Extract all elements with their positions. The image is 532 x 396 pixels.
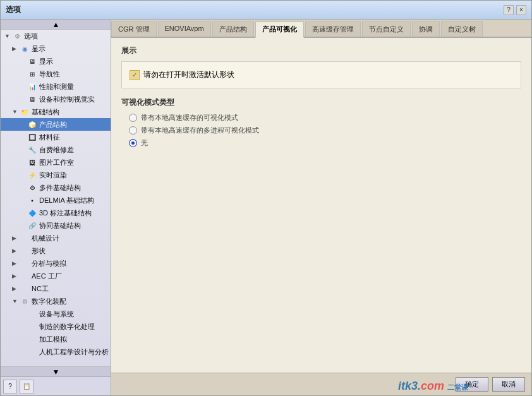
sidebar-item-machining[interactable]: 加工模拟 (1, 333, 111, 345)
sidebar-item-auto-repair[interactable]: 🔧 自费维修差 (1, 143, 111, 156)
sidebar-item-analysis[interactable]: ▶ 分析与模拟 (1, 257, 111, 270)
display-section-title: 展示 (121, 45, 521, 56)
sidebar-item-product-struct[interactable]: 📦 产品结构 (1, 118, 111, 131)
sidebar-item-realtime[interactable]: ⚡ 实时渲染 (1, 169, 111, 181)
sidebar-item-label-display: 显示 (32, 44, 45, 54)
sidebar-item-shape[interactable]: ▶ 形状 (1, 244, 111, 257)
arrow-shape: ▶ (12, 248, 20, 254)
main-window: 选项 ? × ▲ ▼ ⚙ 选项 ▶ ◉ 显示 (0, 0, 532, 396)
mfg-icon (27, 321, 37, 332)
sidebar-item-coord-base[interactable]: 🔗 协同基础结构 (1, 219, 111, 232)
sidebar-item-material[interactable]: 🔲 材料征 (1, 131, 111, 143)
sidebar-item-label-digital: 数字化装配 (32, 297, 66, 306)
radio-row-multi-process: 带有本地高速缓存的多进程可视化模式 (129, 126, 521, 135)
digital-icon: ⚙ (20, 296, 30, 306)
sidebar-item-label-coord: 协同基础结构 (39, 221, 81, 231)
sidebar-bottom-btn2[interactable]: 📋 (20, 380, 33, 393)
display-icon: ◉ (20, 44, 30, 54)
sidebar-item-label-base: 基础结构 (32, 107, 59, 117)
tab-product-viz[interactable]: 产品可视化 (255, 21, 304, 38)
devices-icon: 🖥 (27, 94, 37, 104)
sidebar-bottom-btn1[interactable]: ? (3, 380, 17, 393)
radio-local-cache[interactable] (129, 114, 137, 122)
panel-content: 展示 ✓ 请勿在打开时激活默认形状 可视化模式类型 带有本地高速缓存的可视化模式 (111, 38, 531, 373)
sidebar-item-digital[interactable]: ▼ ⚙ 数字化装配 (1, 295, 111, 308)
sidebar-item-mech[interactable]: ▶ 机械设计 (1, 232, 111, 244)
sidebar-item-label-mfg: 制造的数字化处理 (39, 322, 95, 332)
sidebar-item-label-display-sub: 显示 (39, 57, 53, 66)
sidebar-item-base-struct[interactable]: ▼ 📁 基础结构 (1, 105, 111, 118)
tab-product-structure[interactable]: 产品结构 (212, 21, 254, 37)
watermark-text2: com (421, 380, 444, 392)
close-button[interactable]: × (516, 5, 526, 15)
3d-icon: 🔷 (27, 208, 37, 218)
sidebar-item-label-nc: NC工 (32, 284, 49, 294)
gear-icon: ⚙ (12, 31, 22, 41)
checkbox-default-shape[interactable]: ✓ (130, 70, 140, 80)
analysis-icon (20, 258, 30, 268)
sidebar-item-label-realtime: 实时渲染 (39, 171, 67, 180)
radio-label-local-cache: 带有本地高速缓存的可视化模式 (141, 113, 238, 123)
display-section-box: ✓ 请勿在打开时激活默认形状 (121, 61, 521, 88)
aec-icon (20, 271, 30, 281)
sidebar-item-aec[interactable]: ▶ AEC 工厂 (1, 270, 111, 282)
tab-cgr[interactable]: CGR 管理 (111, 21, 157, 37)
sidebar-item-ergonomics[interactable]: 人机工程学设计与分析 (1, 345, 111, 358)
sidebar-item-label-3d: 3D 标注基础结构 (39, 208, 92, 218)
sidebar-item-equip[interactable]: 设备与系统 (1, 308, 111, 320)
sidebar-item-photo[interactable]: 🖼 图片工作室 (1, 156, 111, 169)
ergo-icon (27, 347, 37, 357)
arrow-aec: ▶ (12, 273, 20, 279)
arrow-display: ▶ (12, 45, 20, 52)
nav-icon: ⊞ (27, 69, 37, 79)
radio-label-multi-process: 带有本地高速缓存的多进程可视化模式 (141, 126, 259, 135)
sidebar-item-multi-base[interactable]: ⚙ 多件基础结构 (1, 181, 111, 194)
sidebar-item-label-machining: 加工模拟 (39, 335, 67, 344)
sidebar-item-display-root[interactable]: ▶ ◉ 显示 (1, 42, 111, 55)
sidebar: ▲ ▼ ⚙ 选项 ▶ ◉ 显示 🖥 显示 (1, 20, 111, 395)
nc-icon (20, 284, 30, 294)
sidebar-item-mfg[interactable]: 制造的数字化处理 (1, 320, 111, 333)
sidebar-item-label-material: 材料征 (39, 133, 60, 142)
checkbox-label-default-shape: 请勿在打开时激活默认形状 (143, 69, 234, 80)
tab-coord[interactable]: 协调 (412, 21, 440, 37)
sidebar-item-label-mech: 机械设计 (32, 234, 59, 243)
tabs-bar: CGR 管理 ENOVIAvpm 产品结构 产品可视化 高速缓存管理 节点自定义… (111, 20, 531, 38)
watermark: itk3.com 二堂课 (398, 380, 468, 393)
machining-icon (27, 334, 37, 344)
sidebar-tree: ▼ ⚙ 选项 ▶ ◉ 显示 🖥 显示 ⊞ 导航性 (1, 30, 111, 366)
radio-none[interactable] (129, 139, 137, 147)
mech-icon (20, 233, 30, 243)
watermark-sub: 二堂课 (447, 383, 468, 391)
sidebar-scroll-up[interactable]: ▲ (1, 20, 111, 30)
sidebar-item-perf[interactable]: 📊 性能和测量 (1, 80, 111, 93)
radio-row-local-cache: 带有本地高速缓存的可视化模式 (129, 113, 521, 123)
sidebar-item-3d[interactable]: 🔷 3D 标注基础结构 (1, 207, 111, 219)
sidebar-scroll-down[interactable]: ▼ (1, 366, 111, 376)
sidebar-item-general[interactable]: ▼ ⚙ 选项 (1, 30, 111, 42)
radio-multi-process[interactable] (129, 126, 137, 135)
arrow-nc: ▶ (12, 285, 20, 292)
sidebar-item-nc[interactable]: ▶ NC工 (1, 282, 111, 295)
sidebar-item-label-equip: 设备与系统 (39, 309, 74, 319)
sidebar-item-label-ergo: 人机工程学设计与分析 (39, 347, 109, 357)
sidebar-item-devices[interactable]: 🖥 设备和控制视觉实 (1, 93, 111, 105)
arrow-mech: ▶ (12, 235, 20, 241)
arrow-general: ▼ (4, 33, 12, 39)
sidebar-item-display-sub[interactable]: 🖥 显示 (1, 55, 111, 68)
viz-type-section-title: 可视化模式类型 (121, 97, 521, 108)
monitor-icon: 🖥 (27, 56, 37, 66)
folder-icon: 📁 (20, 107, 30, 117)
sidebar-item-nav[interactable]: ⊞ 导航性 (1, 68, 111, 80)
help-button[interactable]: ? (504, 5, 514, 15)
right-panel: CGR 管理 ENOVIAvpm 产品结构 产品可视化 高速缓存管理 节点自定义… (111, 20, 531, 395)
radio-row-none: 无 (129, 138, 521, 148)
tab-enovia[interactable]: ENOVIAvpm (158, 21, 211, 37)
arrow-analysis: ▶ (12, 260, 20, 267)
tab-node-def[interactable]: 节点自定义 (362, 21, 411, 37)
tab-custom-tree[interactable]: 自定义树 (441, 21, 483, 37)
tab-cache-mgmt[interactable]: 高速缓存管理 (305, 21, 361, 37)
window-title: 选项 (6, 4, 21, 15)
sidebar-item-delmia[interactable]: ▪ DELMIA 基础结构 (1, 194, 111, 207)
cancel-button[interactable]: 取消 (492, 377, 525, 392)
